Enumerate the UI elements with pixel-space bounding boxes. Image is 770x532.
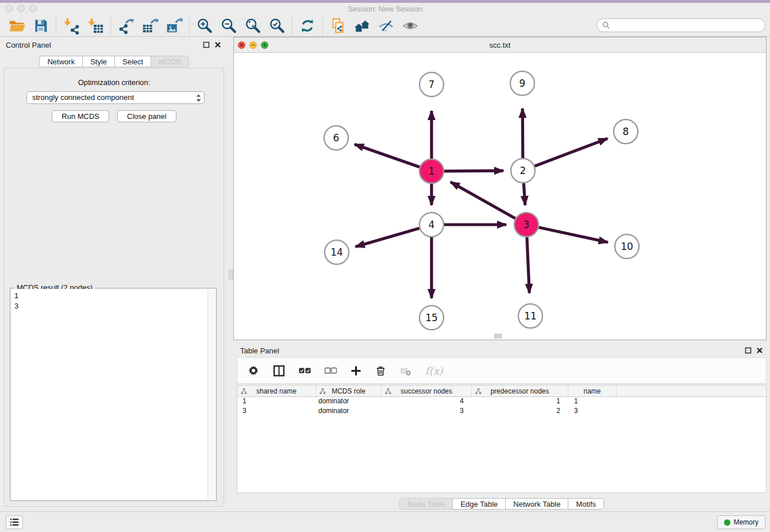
table-settings-button[interactable]	[248, 365, 259, 376]
run-mcds-button[interactable]: Run MCDS	[52, 110, 109, 122]
show-graphics-details-button[interactable]	[398, 16, 422, 36]
splitter-grip[interactable]	[229, 270, 233, 279]
graph-edge-3-11[interactable]	[527, 237, 529, 293]
close-panel-button[interactable]: Close panel	[117, 110, 176, 122]
tree-icon	[475, 388, 482, 395]
toolbar-separator	[292, 17, 292, 35]
graph-edge-1-2[interactable]	[444, 171, 503, 171]
show-task-history-button[interactable]	[6, 515, 23, 529]
graph-node-11[interactable]: 11	[518, 304, 542, 328]
graph-edge-2-8[interactable]	[535, 138, 608, 166]
tree-icon	[319, 388, 326, 395]
zoom-selected-button[interactable]	[265, 16, 289, 36]
table-cell: dominator	[316, 397, 382, 407]
column-header-mcds-role[interactable]: MCDS role	[316, 385, 382, 396]
svg-text:14: 14	[330, 246, 343, 258]
svg-text:2: 2	[520, 165, 526, 176]
close-network-button[interactable]	[238, 41, 245, 49]
minimize-network-button[interactable]	[249, 41, 257, 49]
list-icon	[9, 518, 20, 527]
graph-node-15[interactable]: 15	[419, 306, 444, 330]
graph-node-6[interactable]: 6	[324, 126, 348, 150]
network-view-window: scc.txt 7968124314101511	[233, 37, 767, 340]
tab-edge-table[interactable]: Edge Table	[452, 498, 506, 510]
mcds-result-group: MCDS result (2 nodes) 1 3	[10, 288, 217, 501]
open-session-button[interactable]	[5, 16, 29, 36]
export-table-button[interactable]	[138, 16, 162, 36]
zoom-out-button[interactable]	[217, 16, 241, 36]
maximize-network-button[interactable]	[261, 41, 268, 49]
graph-edge-2-9[interactable]	[522, 109, 523, 158]
table-row[interactable]: 1dominator411	[237, 397, 766, 407]
column-header-shared-name[interactable]: shared name	[237, 385, 316, 396]
table-row[interactable]: 3dominator323	[237, 407, 766, 417]
minimize-window-button[interactable]	[17, 5, 25, 12]
zoom-fit-button[interactable]	[241, 16, 265, 36]
graph-edge-2-3[interactable]	[523, 183, 525, 205]
close-panel-icon[interactable]	[214, 41, 221, 48]
float-panel-icon[interactable]	[745, 347, 752, 354]
float-panel-icon[interactable]	[203, 41, 210, 48]
graph-edge-3-10[interactable]	[538, 228, 607, 242]
column-header-successor-nodes[interactable]: successor nodes	[382, 385, 472, 396]
refresh-layout-button[interactable]	[295, 16, 319, 36]
graph-node-8[interactable]: 8	[614, 119, 638, 144]
graph-node-4[interactable]: 4	[419, 213, 444, 237]
import-table-button[interactable]	[83, 16, 107, 36]
graph-edge-4-14[interactable]	[356, 228, 419, 246]
network-canvas[interactable]: 7968124314101511	[234, 53, 766, 340]
graph-node-7[interactable]: 7	[419, 72, 444, 97]
graph-edge-1-6[interactable]	[355, 144, 419, 167]
column-header-predecessor-nodes[interactable]: predecessor nodes	[472, 385, 568, 396]
control-panel: Control Panel Network Style Select MCDS …	[0, 37, 228, 511]
zoom-in-button[interactable]	[192, 16, 217, 36]
tab-style[interactable]: Style	[82, 56, 115, 67]
export-network-icon	[117, 17, 134, 34]
search-box[interactable]	[596, 18, 765, 32]
svg-text:3: 3	[523, 219, 530, 230]
tab-network[interactable]: Network	[39, 56, 83, 67]
graph-node-1[interactable]: 1	[419, 159, 444, 183]
column-visibility-button[interactable]	[273, 365, 285, 377]
tab-node-table[interactable]: Node Table	[399, 498, 453, 510]
graph-node-9[interactable]: 9	[510, 71, 534, 95]
tab-select[interactable]: Select	[114, 56, 151, 67]
import-network-button[interactable]	[59, 16, 83, 36]
canvas-resize-grip[interactable]	[494, 334, 502, 338]
tab-network-table[interactable]: Network Table	[505, 498, 568, 510]
mcds-result-text[interactable]: 1 3	[11, 289, 215, 500]
memory-button[interactable]: Memory	[717, 515, 765, 529]
svg-text:1: 1	[429, 165, 435, 177]
criterion-select[interactable]: strongly connected component	[26, 91, 205, 104]
select-all-button[interactable]	[299, 367, 311, 375]
delete-column-button[interactable]	[375, 365, 386, 376]
graph-node-2[interactable]: 2	[511, 159, 535, 183]
graph-svg[interactable]: 7968124314101511	[234, 53, 766, 340]
graph-node-10[interactable]: 10	[615, 234, 639, 259]
graph-node-14[interactable]: 14	[325, 240, 349, 264]
result-scrollbar[interactable]	[207, 290, 215, 499]
tab-mcds[interactable]: MCDS	[151, 56, 188, 67]
hide-graphics-details-button[interactable]	[374, 16, 398, 36]
network-window-titlebar[interactable]: scc.txt	[234, 37, 766, 53]
deselect-all-button[interactable]	[325, 367, 337, 375]
network-overview-button[interactable]	[350, 16, 374, 36]
status-bar: Memory	[0, 511, 770, 532]
graph-edge-3-1[interactable]	[451, 182, 515, 219]
search-input[interactable]	[613, 20, 765, 31]
add-column-button[interactable]	[351, 365, 361, 376]
vertical-splitter[interactable]	[228, 37, 233, 511]
tab-motifs[interactable]: Motifs	[568, 498, 604, 510]
close-window-button[interactable]	[5, 5, 13, 12]
zoom-window-button[interactable]	[29, 5, 37, 12]
node-table: shared name MCDS role successor nodes pr…	[237, 385, 767, 493]
close-panel-icon[interactable]	[756, 347, 763, 354]
graph-node-3[interactable]: 3	[514, 213, 538, 237]
export-network-button[interactable]	[114, 16, 138, 36]
column-header-name[interactable]: name	[568, 385, 617, 396]
export-image-button[interactable]	[162, 16, 186, 36]
open-network-file-button[interactable]	[326, 16, 350, 36]
save-session-button[interactable]	[29, 16, 53, 36]
control-panel-tabs: Network Style Select MCDS	[0, 56, 228, 67]
zoom-fit-icon	[244, 17, 261, 34]
